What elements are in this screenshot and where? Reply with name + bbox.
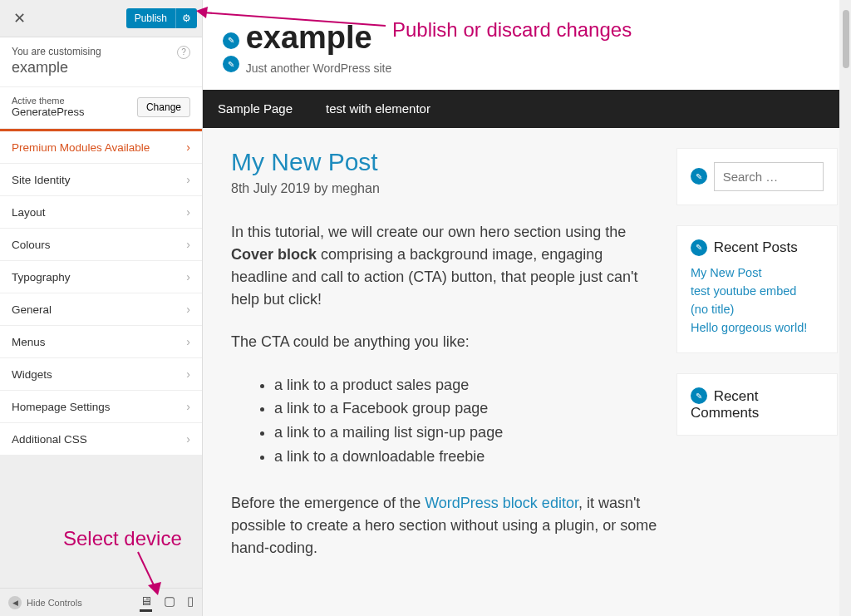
menu-item-site-identity[interactable]: Site Identity› <box>0 164 202 196</box>
close-icon[interactable]: ✕ <box>8 6 31 31</box>
post-bullet-list: a link to a product sales page a link to… <box>274 373 660 469</box>
change-theme-button[interactable]: Change <box>137 97 190 117</box>
active-theme-panel: Active theme GeneratePress Change <box>0 87 202 129</box>
publish-settings-button[interactable]: ⚙ <box>175 8 197 28</box>
preview-pane: ✎ example ✎ Just another WordPress site … <box>203 0 851 616</box>
post-paragraph: The CTA could be anything you like: <box>231 331 660 353</box>
vertical-scrollbar[interactable] <box>839 0 851 616</box>
menu-item-layout[interactable]: Layout› <box>0 196 202 229</box>
block-editor-link[interactable]: WordPress block editor <box>425 495 578 511</box>
chevron-right-icon: › <box>186 205 190 219</box>
edit-shortcut-icon[interactable]: ✎ <box>691 387 707 404</box>
chevron-right-icon: › <box>186 238 190 251</box>
collapse-icon: ◀ <box>8 596 22 609</box>
menu-item-additional-css[interactable]: Additional CSS› <box>0 423 202 456</box>
customising-panel: ? You are customising example <box>0 37 202 87</box>
chevron-right-icon: › <box>186 367 190 381</box>
chevron-right-icon: › <box>186 140 190 154</box>
customising-label: You are customising <box>12 46 190 57</box>
svg-line-0 <box>203 12 386 26</box>
customizer-sidebar: ✕ Publish ⚙ ? You are customising exampl… <box>0 0 203 616</box>
preview-nav: Sample Page test with elementor <box>203 90 851 128</box>
recent-post-link[interactable]: My New Post <box>691 266 824 279</box>
recent-post-link[interactable]: (no title) <box>691 303 824 316</box>
chevron-right-icon: › <box>186 335 190 348</box>
chevron-right-icon: › <box>186 173 190 186</box>
widget-title: Recent Posts <box>714 239 798 255</box>
svg-marker-3 <box>148 582 161 595</box>
post-paragraph: Before the emergence of the WordPress bl… <box>231 492 660 559</box>
list-item: a link to a mailing list sign-up page <box>274 421 660 445</box>
device-mobile-icon[interactable]: ▯ <box>187 594 194 612</box>
post-meta: 8th July 2019 by meghan <box>231 181 660 196</box>
chevron-right-icon: › <box>186 270 190 283</box>
site-name: example <box>12 59 190 76</box>
edit-shortcut-icon[interactable]: ✎ <box>691 168 707 185</box>
menu-item-widgets[interactable]: Widgets› <box>0 358 202 391</box>
theme-name: GeneratePress <box>12 106 84 118</box>
list-item: a link to a product sales page <box>274 373 660 397</box>
hide-controls-button[interactable]: ◀ Hide Controls <box>8 596 82 609</box>
active-theme-label: Active theme <box>12 96 84 106</box>
search-input[interactable] <box>714 162 824 191</box>
menu-item-typography[interactable]: Typography› <box>0 261 202 293</box>
gear-icon: ⚙ <box>182 12 191 24</box>
chevron-right-icon: › <box>186 303 190 316</box>
help-icon[interactable]: ? <box>177 46 190 59</box>
list-item: a link to a Facebook group page <box>274 397 660 421</box>
sidebar-top-bar: ✕ Publish ⚙ <box>0 0 202 37</box>
edit-shortcut-icon[interactable]: ✎ <box>691 239 707 256</box>
recent-comments-widget: ✎ Recent Comments <box>676 373 838 436</box>
svg-marker-1 <box>196 7 208 18</box>
menu-item-premium[interactable]: Premium Modules Available› <box>0 129 202 164</box>
menu-item-colours[interactable]: Colours› <box>0 229 202 261</box>
recent-posts-widget: ✎ Recent Posts My New Post test youtube … <box>676 225 838 354</box>
recent-post-link[interactable]: test youtube embed <box>691 284 824 298</box>
nav-link-sample-page[interactable]: Sample Page <box>218 101 293 116</box>
chevron-right-icon: › <box>186 432 190 446</box>
search-widget: ✎ <box>676 148 838 205</box>
edit-shortcut-icon[interactable]: ✎ <box>223 56 239 72</box>
menu-item-menus[interactable]: Menus› <box>0 326 202 358</box>
customizer-menu: Premium Modules Available› Site Identity… <box>0 129 202 456</box>
preview-tagline: Just another WordPress site <box>246 62 392 75</box>
recent-post-link[interactable]: Hello gorgeous world! <box>691 321 824 334</box>
menu-item-homepage-settings[interactable]: Homepage Settings› <box>0 391 202 423</box>
chevron-right-icon: › <box>186 400 190 413</box>
scrollbar-thumb[interactable] <box>843 10 849 68</box>
sidebar-footer: ◀ Hide Controls 🖥 ▢ ▯ <box>0 588 202 616</box>
edit-shortcut-icon[interactable]: ✎ <box>223 32 239 49</box>
preview-sidebar: ✎ ✎ Recent Posts My New Post test youtub… <box>676 148 838 579</box>
list-item: a link to a downloadable freebie <box>274 445 660 469</box>
publish-button[interactable]: Publish <box>126 8 175 28</box>
preview-main-content: My New Post 8th July 2019 by meghan In t… <box>231 148 660 579</box>
post-title[interactable]: My New Post <box>231 148 660 176</box>
nav-link-test-elementor[interactable]: test with elementor <box>326 101 430 116</box>
menu-item-general[interactable]: General› <box>0 293 202 326</box>
post-paragraph: In this tutorial, we will create our own… <box>231 221 660 311</box>
svg-line-2 <box>138 552 155 587</box>
